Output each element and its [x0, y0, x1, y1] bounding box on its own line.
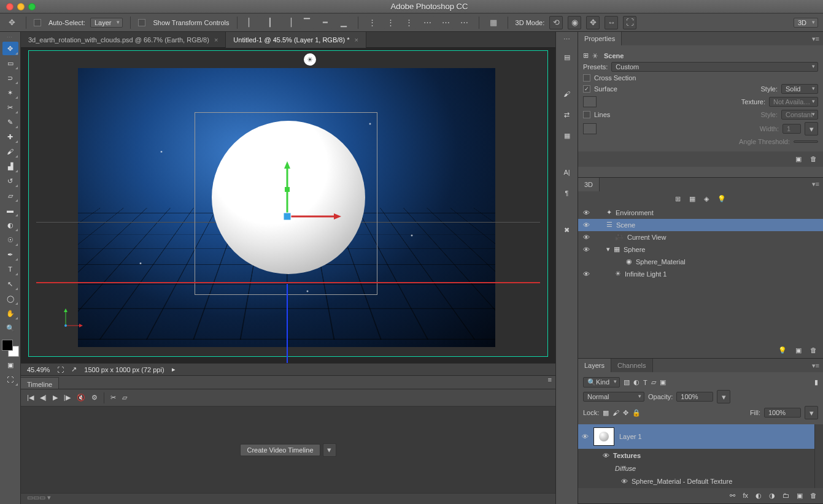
brush-presets-icon[interactable]: ⇄: [560, 107, 574, 122]
dist-hcenter-icon[interactable]: ⋮: [384, 16, 398, 29]
texture-dropdown[interactable]: Not Availa…: [769, 97, 818, 107]
tree-item-environment[interactable]: 👁✦Environment: [578, 207, 823, 219]
delete-icon[interactable]: 🗑: [810, 155, 817, 163]
new-layer-icon[interactable]: ▣: [797, 492, 803, 500]
align-top-icon[interactable]: ▔: [300, 16, 314, 29]
tree-item-light[interactable]: 👁☀Infinite Light 1: [578, 268, 823, 280]
screen-mode-tool[interactable]: ⛶: [2, 373, 18, 386]
paragraph-icon[interactable]: ¶: [560, 186, 574, 200]
show-transform-checkbox[interactable]: [138, 19, 145, 26]
workspace-selector[interactable]: 3D: [794, 18, 818, 28]
settings-icon[interactable]: ⚙: [91, 394, 98, 402]
dist-right-icon[interactable]: ⋮: [403, 16, 416, 29]
visibility-icon[interactable]: 👁: [582, 433, 589, 440]
auto-align-icon[interactable]: ▦: [487, 16, 500, 29]
history-brush-tool[interactable]: ↺: [2, 174, 18, 188]
lasso-tool[interactable]: ⊃: [2, 71, 18, 85]
status-menu-icon[interactable]: ▸: [172, 365, 176, 373]
visibility-icon[interactable]: 👁: [603, 452, 609, 459]
align-bottom-icon[interactable]: ▁: [337, 16, 350, 29]
filter-mesh-icon[interactable]: ▦: [689, 195, 695, 203]
lock-transparent-icon[interactable]: ▩: [603, 409, 609, 417]
layer-style-icon[interactable]: fx: [743, 492, 748, 500]
brush-tool[interactable]: 🖌: [2, 145, 18, 158]
align-hcenter-icon[interactable]: ┃: [263, 16, 277, 29]
brush-panel-icon[interactable]: 🖌: [560, 86, 574, 101]
light-add-icon[interactable]: 💡: [778, 346, 787, 354]
tree-item-sphere[interactable]: 👁▾▦Sphere: [578, 243, 823, 256]
filter-scene-icon[interactable]: ⊞: [675, 195, 681, 203]
dist-left-icon[interactable]: ⋮: [366, 16, 379, 29]
document-tab-2[interactable]: Untitled-1 @ 45.5% (Layer 1, RGB/8) *×: [226, 32, 366, 48]
filter-toggle-icon[interactable]: ▮: [814, 378, 818, 386]
pen-tool[interactable]: ✒: [2, 248, 18, 261]
fill-input[interactable]: 100%: [764, 408, 801, 418]
blend-mode-dropdown[interactable]: Normal: [583, 392, 644, 402]
close-tab-icon[interactable]: ×: [214, 36, 218, 44]
lock-pixels-icon[interactable]: 🖌: [612, 409, 619, 416]
dodge-tool[interactable]: ☉: [2, 233, 18, 246]
layer-mask-icon[interactable]: ◐: [755, 492, 762, 500]
surface-checkbox[interactable]: ✓: [583, 85, 590, 93]
eraser-tool[interactable]: ▱: [2, 189, 18, 202]
path-select-tool[interactable]: ↖: [2, 277, 18, 291]
filter-type-icon[interactable]: T: [643, 379, 647, 386]
3d-roll-icon[interactable]: ◉: [568, 16, 581, 29]
visibility-icon[interactable]: 👁: [582, 270, 590, 278]
scrollbar[interactable]: [814, 424, 823, 488]
hand-tool[interactable]: ✋: [2, 307, 18, 320]
tree-item-current-view[interactable]: 👁🎥Current View: [578, 231, 823, 243]
layer-row[interactable]: 👁 Layer 1: [578, 424, 814, 449]
character-icon[interactable]: A|: [560, 165, 574, 180]
lines-checkbox[interactable]: [583, 111, 590, 118]
visibility-icon[interactable]: 👁: [582, 221, 590, 229]
panel-menu-icon[interactable]: ▾≡: [808, 180, 823, 188]
create-video-timeline-button[interactable]: Create Video Timeline: [240, 444, 320, 456]
close-tab-icon[interactable]: ×: [354, 36, 358, 44]
visibility-icon[interactable]: 👁: [582, 209, 590, 216]
align-left-icon[interactable]: ▏: [245, 16, 258, 29]
go-start-icon[interactable]: |◀: [27, 394, 34, 402]
window-zoom-icon[interactable]: [28, 3, 36, 10]
visibility-icon[interactable]: 👁: [582, 246, 590, 253]
export-icon[interactable]: ↗: [71, 365, 77, 373]
view-options-icon[interactable]: ⛶: [57, 366, 64, 373]
panel-menu-icon[interactable]: ▾≡: [808, 362, 823, 370]
3d-slide-icon[interactable]: ↔: [605, 16, 618, 29]
healing-brush-tool[interactable]: ✚: [2, 130, 18, 143]
filter-light-icon[interactable]: 💡: [717, 195, 726, 203]
color-swatch[interactable]: [2, 340, 19, 357]
timeline-footer-icon[interactable]: ▭▭▭ ▾: [21, 494, 51, 501]
crop-tool[interactable]: ✂: [2, 101, 18, 114]
blur-tool[interactable]: ◐: [2, 218, 18, 232]
surface-style-dropdown[interactable]: Solid: [781, 84, 818, 94]
opacity-dropdown-icon[interactable]: ▾: [717, 390, 730, 403]
quick-mask-tool[interactable]: ▣: [2, 358, 18, 372]
layer-filter-kind[interactable]: 🔍Kind: [583, 377, 620, 388]
tree-item-scene[interactable]: 👁☰Scene: [578, 219, 823, 231]
render-icon[interactable]: ▣: [795, 346, 802, 354]
surface-color-swatch[interactable]: [583, 96, 597, 107]
expand-icon[interactable]: ▾: [606, 245, 610, 253]
layers-tab[interactable]: Layers: [578, 359, 611, 372]
3d-rotate-icon[interactable]: ⟲: [549, 16, 563, 29]
align-right-icon[interactable]: ▕: [282, 16, 295, 29]
3d-axis-widget[interactable]: [280, 155, 354, 229]
adjustment-layer-icon[interactable]: ◑: [769, 492, 775, 500]
align-vcenter-icon[interactable]: ━: [319, 16, 332, 29]
3d-tab[interactable]: 3D: [578, 178, 600, 191]
document-tab-1[interactable]: 3d_earth_rotation_with_clouds.psd @ 66.7…: [21, 32, 226, 48]
fill-dropdown-icon[interactable]: ▾: [805, 406, 818, 419]
history-panel-icon[interactable]: ▤: [560, 50, 574, 64]
link-layers-icon[interactable]: ⚯: [730, 492, 735, 500]
presets-dropdown[interactable]: Custom: [611, 62, 818, 72]
audio-icon[interactable]: 🔇: [77, 394, 85, 402]
gradient-tool[interactable]: ▬: [2, 204, 18, 217]
move-tool-icon[interactable]: ✥: [5, 16, 18, 29]
layer-thumbnail[interactable]: [593, 427, 614, 446]
filter-smart-icon[interactable]: ▣: [660, 378, 666, 386]
transition-icon[interactable]: ▱: [122, 394, 127, 402]
panel-menu-icon[interactable]: ≡: [544, 376, 555, 389]
clone-source-icon[interactable]: ▦: [560, 128, 574, 143]
magic-wand-tool[interactable]: ✶: [2, 86, 18, 99]
